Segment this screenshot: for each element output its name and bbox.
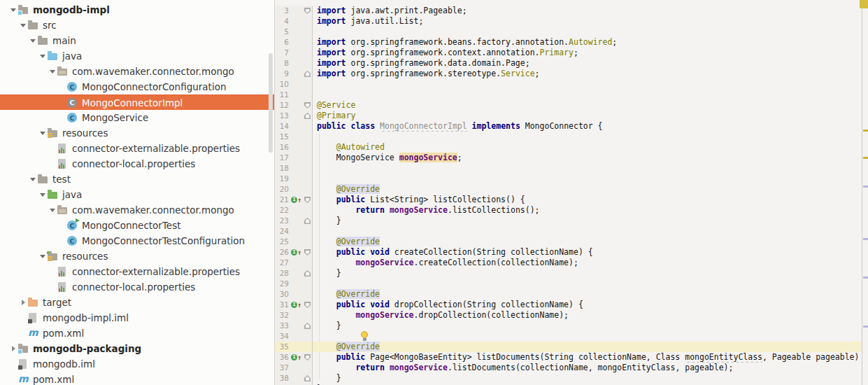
- code-line-3[interactable]: 3import java.awt.print.Pageable;: [275, 6, 868, 16]
- fold-marker-icon[interactable]: [303, 195, 312, 205]
- code-line-35[interactable]: 35 @Override: [275, 342, 868, 352]
- code-line-9[interactable]: 9import org.springframework.stereotype.S…: [275, 69, 868, 79]
- fold-marker-icon[interactable]: [303, 321, 312, 331]
- code-line-21[interactable]: 21I↑ public List<String> listCollections…: [275, 195, 868, 205]
- tree-item-target[interactable]: target: [0, 295, 274, 310]
- code-line-28[interactable]: 28 }: [275, 268, 868, 279]
- chevron-right-icon[interactable]: [8, 346, 18, 351]
- tree-item-mongodb-impl-iml[interactable]: mongodb-impl.iml: [0, 310, 274, 326]
- fold-marker-icon[interactable]: [303, 6, 312, 16]
- code-line-38[interactable]: 38 }: [275, 373, 868, 384]
- tree-item-pom-xml[interactable]: mpom.xml: [0, 372, 274, 385]
- tree-item-mongoconnectorconfiguration[interactable]: CMongoConnectorConfiguration: [0, 79, 274, 94]
- code-line-22[interactable]: 22 return mongoService.listCollections()…: [275, 205, 868, 216]
- code-line-31[interactable]: 31I↑ public void dropCollection(String c…: [275, 300, 868, 310]
- overrides-method-gutter-icon[interactable]: I↑: [289, 247, 303, 258]
- code-line-37[interactable]: 37 return mongoService.listDocuments(col…: [275, 363, 868, 373]
- chevron-down-icon[interactable]: [8, 8, 18, 12]
- code-line-32[interactable]: 32 mongoService.dropCollection(collectio…: [275, 310, 868, 321]
- code-line-29[interactable]: 29: [275, 279, 868, 289]
- error-stripe[interactable]: [862, 0, 868, 385]
- code-line-7[interactable]: 7import org.springframework.context.anno…: [275, 48, 868, 58]
- fold-marker-icon[interactable]: [303, 352, 312, 363]
- code-line-18[interactable]: 18: [275, 163, 868, 174]
- inspection-indicator[interactable]: [860, 0, 868, 8]
- tree-item-mongoservice[interactable]: CMongoService: [0, 110, 274, 125]
- chevron-down-icon[interactable]: [18, 24, 28, 27]
- tree-item-com-wavemaker-connector-mongo[interactable]: com.wavemaker.connector.mongo: [0, 64, 274, 79]
- tree-item-mongoconnectorimpl[interactable]: CMongoConnectorImpl: [0, 94, 274, 110]
- stripe-mark-info[interactable]: [863, 276, 868, 279]
- chevron-right-icon[interactable]: [18, 300, 28, 305]
- stripe-mark-info[interactable]: [863, 326, 868, 328]
- tree-item-connector-local-properties[interactable]: connector-local.properties: [0, 156, 274, 172]
- code-line-5[interactable]: 5: [275, 27, 868, 37]
- chevron-down-icon[interactable]: [38, 55, 48, 58]
- tree-item-src[interactable]: src: [0, 18, 274, 33]
- tree-item-test[interactable]: test: [0, 172, 274, 187]
- chevron-down-icon[interactable]: [48, 70, 57, 74]
- code-line-15[interactable]: 15: [275, 132, 868, 142]
- tree-item-java[interactable]: java: [0, 48, 274, 64]
- code-line-20[interactable]: 20 @Override: [275, 184, 868, 195]
- fold-marker-icon[interactable]: [303, 100, 312, 111]
- tree-item-mongoconnectortestconfiguration[interactable]: CMongoConnectorTestConfiguration: [0, 233, 274, 248]
- code-line-10[interactable]: 10: [275, 79, 868, 90]
- tree-item-mongoconnectortest[interactable]: CMongoConnectorTest: [0, 218, 274, 233]
- tree-item-mongodb-impl[interactable]: mongodb-impl: [0, 2, 274, 18]
- fold-marker-icon[interactable]: [303, 268, 312, 279]
- tree-item-resources[interactable]: resources: [0, 125, 274, 141]
- overrides-method-gutter-icon[interactable]: I↑: [289, 300, 303, 310]
- chevron-down-icon[interactable]: [38, 132, 48, 135]
- fold-marker-icon[interactable]: [303, 300, 312, 310]
- tree-item-mongodb-iml[interactable]: mongodb.iml: [0, 356, 274, 372]
- code-line-34[interactable]: 34: [275, 331, 868, 342]
- chevron-down-icon[interactable]: [38, 255, 48, 258]
- stripe-mark-warning[interactable]: [863, 157, 868, 159]
- chevron-down-icon[interactable]: [28, 39, 38, 43]
- tree-item-pom-xml[interactable]: mpom.xml: [0, 326, 274, 341]
- code-line-36[interactable]: 36I↑ public Page<MongoBaseEntity> listDo…: [275, 352, 868, 363]
- tree-item-connector-local-properties[interactable]: connector-local.properties: [0, 279, 274, 295]
- fold-marker-icon[interactable]: [303, 69, 312, 79]
- stripe-mark-info[interactable]: [863, 186, 868, 188]
- code-line-24[interactable]: 24: [275, 226, 868, 237]
- editor-panel[interactable]: 3import java.awt.print.Pageable;4import …: [275, 0, 868, 385]
- code-line-26[interactable]: 26I↑ public void createCollection(String…: [275, 247, 868, 258]
- code-line-17[interactable]: 17 MongoService mongoService;: [275, 153, 868, 163]
- fold-marker-icon[interactable]: [303, 247, 312, 258]
- fold-marker-icon[interactable]: [303, 373, 312, 384]
- code-line-13[interactable]: 13@Primary: [275, 111, 868, 121]
- stripe-mark-warning[interactable]: [863, 130, 868, 132]
- code-line-12[interactable]: 12@Service: [275, 100, 868, 111]
- tree-item-main[interactable]: main: [0, 33, 274, 48]
- code-line-4[interactable]: 4import java.util.List;: [275, 16, 868, 27]
- tree-item-com-wavemaker-connector-mongo[interactable]: com.wavemaker.connector.mongo: [0, 202, 274, 218]
- code-line-11[interactable]: 11: [275, 90, 868, 100]
- fold-marker-icon[interactable]: [303, 111, 312, 121]
- chevron-down-icon[interactable]: [38, 193, 48, 197]
- code-line-23[interactable]: 23 }: [275, 216, 868, 226]
- code-line-6[interactable]: 6import org.springframework.beans.factor…: [275, 37, 868, 48]
- code-line-30[interactable]: 30 @Override: [275, 289, 868, 300]
- code-line-16[interactable]: 16 @Autowired: [275, 142, 868, 153]
- code-line-27[interactable]: 27 mongoService.createCollection(collect…: [275, 258, 868, 268]
- tree-item-java[interactable]: java: [0, 187, 274, 202]
- tree-item-resources[interactable]: resources: [0, 248, 274, 264]
- code-line-25[interactable]: 25 @Override: [275, 237, 868, 247]
- overrides-method-gutter-icon[interactable]: I↑: [289, 352, 303, 363]
- intention-bulb-icon[interactable]: [361, 331, 369, 341]
- chevron-down-icon[interactable]: [28, 178, 38, 181]
- stripe-mark-info[interactable]: [863, 238, 868, 240]
- overrides-method-gutter-icon[interactable]: I↑: [289, 195, 303, 205]
- code-line-33[interactable]: 33 }: [275, 321, 868, 331]
- tree-scrollbar-thumb[interactable]: [269, 53, 273, 153]
- tree-item-connector-externalizable-properties[interactable]: connector-externalizable.properties: [0, 141, 274, 156]
- tree-item-mongodb-packaging[interactable]: mongodb-packaging: [0, 341, 274, 356]
- code-line-19[interactable]: 19: [275, 174, 868, 184]
- code-line-14[interactable]: 14public class MongoConnectorImpl implem…: [275, 121, 868, 132]
- chevron-down-icon[interactable]: [48, 209, 57, 212]
- code-line-8[interactable]: 8import org.springframework.data.domain.…: [275, 58, 868, 69]
- fold-marker-icon[interactable]: [303, 216, 312, 226]
- tree-item-connector-externalizable-properties[interactable]: connector-externalizable.properties: [0, 264, 274, 279]
